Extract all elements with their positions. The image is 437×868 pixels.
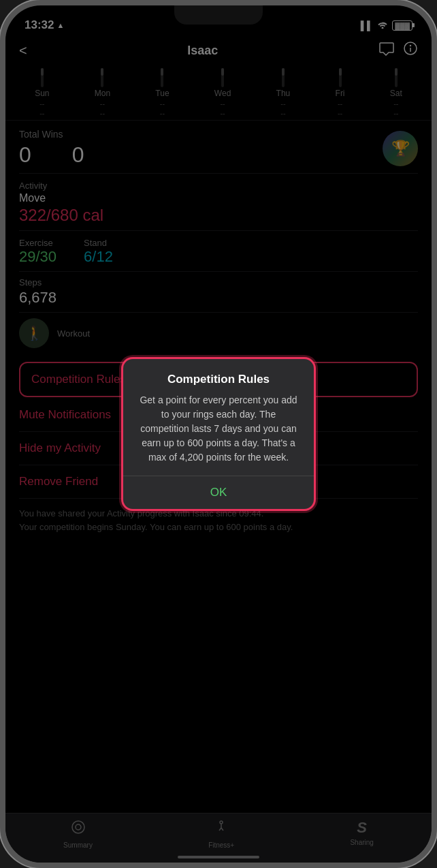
competition-rules-modal: Competition Rules Get a point for every … [123,359,314,509]
volume-up-button [0,121,2,162]
modal-ok-button[interactable]: OK [137,476,300,509]
phone-frame: 13:32 ▲ ▌▌ ▓▓▓ < Isaac [0,0,437,868]
notch [174,5,263,25]
phone-screen: 13:32 ▲ ▌▌ ▓▓▓ < Isaac [5,5,432,863]
modal-body: Get a point for every percent you add to… [137,393,300,465]
modal-overlay: Competition Rules Get a point for every … [5,5,432,863]
mute-button [0,87,2,110]
volume-down-button [0,172,2,213]
modal-title: Competition Rules [137,373,300,386]
